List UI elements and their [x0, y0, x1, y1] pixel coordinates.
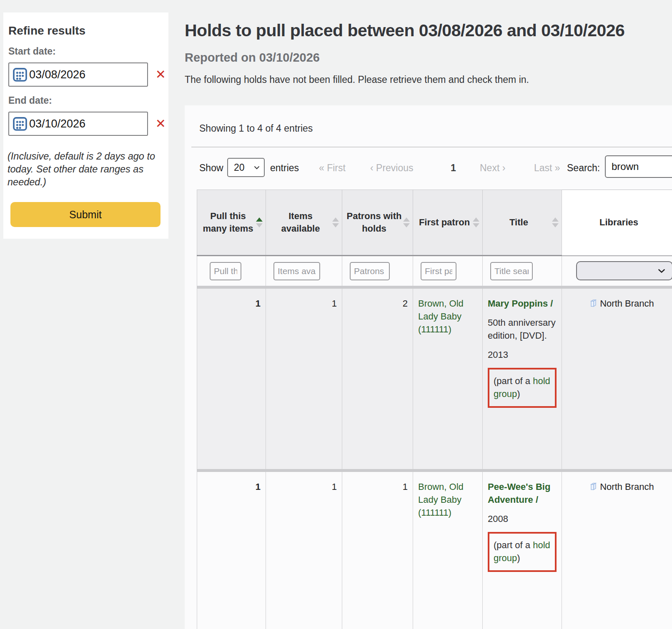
sort-asc-icon — [403, 217, 410, 222]
sort-desc-icon — [332, 223, 339, 227]
pull-count-cell: 1 — [197, 471, 266, 629]
refine-results-panel: Refine results Start date: 03/08/2026 ✕ … — [3, 12, 168, 239]
column-header-patrons-with-holds[interactable]: Patrons with holds — [342, 190, 413, 256]
calendar-icon[interactable] — [12, 115, 28, 132]
sort-asc-icon — [256, 217, 263, 222]
holds-table-card: Showing 1 to 4 of 4 entries Show 20 entr… — [185, 105, 672, 629]
reported-on-subtitle: Reported on 03/10/2026 — [185, 51, 320, 65]
clear-end-date-icon[interactable]: ✕ — [155, 117, 166, 130]
page-title: Holds to pull placed between 03/08/2026 … — [185, 21, 624, 40]
column-header-pull[interactable]: Pull this many items — [197, 190, 266, 256]
library-name: North Branch — [600, 480, 654, 493]
sort-icons — [256, 217, 263, 227]
pull-filter-input[interactable] — [210, 262, 241, 280]
table-row: 1 1 2 Brown, Old Lady Baby (111111) Mary… — [197, 287, 672, 471]
column-header-items-available[interactable]: Items available — [266, 190, 342, 256]
table-info: Showing 1 to 4 of 4 entries — [199, 123, 313, 134]
start-date-row: 03/08/2026 ✕ — [8, 62, 166, 87]
column-header-first-patron[interactable]: First patron — [413, 190, 483, 256]
refine-results-title: Refine results — [8, 24, 85, 37]
patrons-with-holds-cell: 1 — [342, 471, 413, 629]
sort-icons — [332, 217, 339, 227]
search-input[interactable] — [605, 155, 672, 178]
title-link[interactable]: Mary Poppins / — [488, 297, 557, 310]
table-row: 1 1 1 Brown, Old Lady Baby (111111) Pee-… — [197, 471, 672, 629]
sort-icons — [473, 217, 479, 227]
first-patron-cell: Brown, Old Lady Baby (111111) — [413, 287, 483, 471]
calendar-icon[interactable] — [12, 66, 28, 83]
pagination-current-page[interactable]: 1 — [451, 162, 456, 174]
items-available-filter-input[interactable] — [273, 262, 320, 280]
title-link[interactable]: Pee-Wee's Big Adventure / — [488, 480, 557, 506]
hold-group-alert-box: (part of a hold group) — [488, 532, 557, 572]
start-date-input[interactable]: 03/08/2026 — [8, 62, 148, 87]
holds-to-pull-page: { "sidebar": { "title": "Refine results"… — [0, 0, 672, 629]
first-patron-cell: Brown, Old Lady Baby (111111) — [413, 471, 483, 629]
column-filter-row — [197, 256, 672, 287]
search-label: Search: — [567, 162, 600, 174]
chevron-down-icon — [658, 269, 665, 273]
page-length-select[interactable]: 20 — [227, 158, 265, 177]
pagination-previous-button[interactable]: ‹ Previous — [370, 162, 414, 174]
title-filter-input[interactable] — [490, 262, 533, 280]
start-date-label: Start date: — [8, 46, 56, 57]
divider — [191, 147, 672, 147]
title-cell: Mary Poppins / 50th anniversary edition,… — [483, 287, 562, 471]
pull-count-cell: 1 — [197, 287, 266, 471]
items-available-cell: 1 — [266, 287, 342, 471]
title-subtitle: 50th anniversary edition, [DVD]. — [488, 316, 557, 342]
entries-label: entries — [270, 162, 299, 174]
publication-year: 2013 — [488, 348, 557, 361]
end-date-row: 03/10/2026 ✕ — [8, 112, 166, 136]
page-description: The following holds have not been filled… — [185, 74, 529, 85]
sort-desc-icon — [552, 223, 559, 227]
sort-desc-icon — [473, 223, 479, 227]
library-icon — [590, 482, 597, 490]
sort-asc-icon — [473, 217, 479, 222]
sort-asc-icon — [332, 217, 339, 222]
hold-group-alert-box: (part of a hold group) — [488, 368, 557, 408]
date-range-note: (Inclusive, default is 2 days ago to tod… — [8, 150, 164, 189]
libraries-cell: North Branch — [562, 287, 672, 471]
sort-asc-icon — [552, 217, 559, 222]
pagination-last-button[interactable]: Last » — [534, 162, 560, 174]
start-date-value: 03/08/2026 — [29, 68, 85, 81]
column-header-title[interactable]: Title — [483, 190, 562, 256]
patrons-filter-input[interactable] — [350, 262, 390, 280]
patron-link[interactable]: Brown, Old Lady Baby (111111) — [418, 482, 464, 518]
library-icon — [590, 299, 597, 307]
sort-icons — [552, 217, 559, 227]
column-header-libraries[interactable]: Libraries — [562, 190, 672, 256]
title-cell: Pee-Wee's Big Adventure / 2008 (part of … — [483, 471, 562, 629]
end-date-label: End date: — [8, 95, 52, 106]
submit-button[interactable]: Submit — [10, 202, 160, 227]
publication-year: 2008 — [488, 512, 557, 525]
pagination-next-button[interactable]: Next › — [480, 162, 505, 174]
holds-to-pull-table: Pull this many items Items available Pat… — [197, 190, 672, 629]
header-row: Pull this many items Items available Pat… — [197, 190, 672, 256]
end-date-input[interactable]: 03/10/2026 — [8, 112, 148, 136]
end-date-value: 03/10/2026 — [29, 117, 85, 130]
chevron-down-icon — [254, 166, 260, 170]
sort-desc-icon — [403, 223, 410, 227]
first-patron-filter-input[interactable] — [421, 262, 456, 280]
sort-desc-icon — [256, 223, 263, 227]
patron-link[interactable]: Brown, Old Lady Baby (111111) — [418, 298, 464, 334]
page-length-value: 20 — [234, 162, 245, 173]
sort-icons — [403, 217, 410, 227]
library-name: North Branch — [600, 297, 654, 310]
pagination-first-button[interactable]: « First — [319, 162, 346, 174]
patrons-with-holds-cell: 2 — [342, 287, 413, 471]
clear-start-date-icon[interactable]: ✕ — [155, 68, 166, 81]
show-label: Show — [199, 162, 223, 174]
libraries-cell: North Branch — [562, 471, 672, 629]
libraries-filter-select[interactable] — [576, 261, 672, 280]
items-available-cell: 1 — [266, 471, 342, 629]
